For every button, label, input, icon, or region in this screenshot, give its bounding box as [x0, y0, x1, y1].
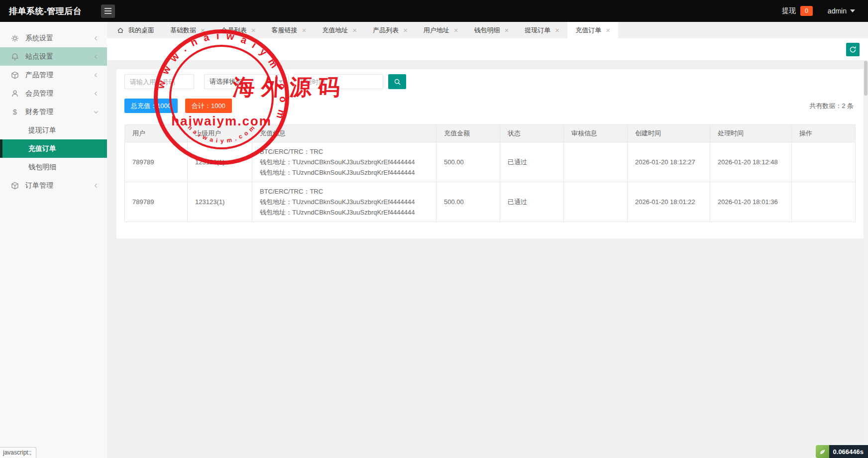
- tab-label: 钱包明细: [474, 26, 500, 35]
- sidebar-subitem-label: 提现订单: [28, 126, 56, 135]
- tab-member-list[interactable]: 会员列表 ×: [213, 22, 264, 38]
- table-row: 789789 123123(1) BTC/ERC/TRC：TRC 钱包地址：TU…: [125, 182, 856, 222]
- dollar-icon: $: [11, 108, 19, 116]
- stat-row: 总充值：1000 合计：1000 共有数据：2 条: [124, 99, 855, 113]
- content-area: 请选择状态 总充值：1000 合计：1000 共有数据：2 条: [107, 60, 868, 238]
- tab-product-list[interactable]: 产品列表 ×: [365, 22, 416, 38]
- sum-button[interactable]: 合计：1000: [185, 99, 232, 113]
- cell-parent-user: 123123(1): [188, 142, 252, 182]
- scrollbar-track: [864, 60, 868, 458]
- close-icon[interactable]: ×: [505, 26, 509, 34]
- sidebar: 系统设置 站点设置 产品管理 会员管理 $ 财务管理: [0, 22, 107, 458]
- close-icon[interactable]: ×: [251, 26, 256, 34]
- sidebar-subitem-recharge-orders[interactable]: 充值订单: [0, 139, 107, 158]
- close-icon[interactable]: ×: [302, 26, 307, 34]
- home-icon: [117, 27, 124, 34]
- recharge-orders-panel: 请选择状态 总充值：1000 合计：1000 共有数据：2 条: [116, 69, 864, 238]
- scrollbar-thumb[interactable]: [864, 61, 868, 96]
- wallet-address: 钱包地址：TUzvndCBknSouKJ3uuSzbrqKrEf4444444: [260, 197, 429, 207]
- col-amount: 充值金额: [436, 125, 500, 142]
- cell-status: 已通过: [500, 142, 564, 182]
- start-time-input[interactable]: [294, 74, 383, 89]
- close-icon[interactable]: ×: [201, 26, 205, 34]
- tab-user-address[interactable]: 用户地址 ×: [416, 22, 466, 38]
- tab-label: 我的桌面: [128, 26, 154, 35]
- status-select[interactable]: 请选择状态: [204, 74, 289, 89]
- tab-label: 基础数据: [170, 26, 196, 35]
- cell-user: 789789: [125, 142, 188, 182]
- sidebar-item-label: 系统设置: [25, 34, 93, 43]
- tab-home[interactable]: 我的桌面: [109, 22, 162, 38]
- withdraw-menu[interactable]: 提现 0: [782, 6, 813, 16]
- cell-processed-time: 2026-01-20 18:12:48: [710, 142, 792, 182]
- tab-service-link[interactable]: 客服链接 ×: [264, 22, 315, 38]
- sidebar-toggle-button[interactable]: [101, 4, 115, 18]
- cell-processed-time: 2026-01-20 18:01:36: [710, 182, 792, 222]
- total-recharge-button[interactable]: 总充值：1000: [124, 99, 178, 113]
- search-button[interactable]: [388, 74, 406, 89]
- sidebar-item-label: 会员管理: [25, 89, 93, 98]
- table-row: 789789 123123(1) BTC/ERC/TRC：TRC 钱包地址：TU…: [125, 142, 856, 182]
- close-icon[interactable]: ×: [606, 26, 610, 34]
- app-title: 排单系统-管理后台: [0, 5, 98, 17]
- tab-withdraw-orders[interactable]: 提现订单 ×: [517, 22, 567, 38]
- user-menu[interactable]: admin: [828, 7, 855, 15]
- sidebar-item-finance-management[interactable]: $ 财务管理: [0, 103, 107, 121]
- sidebar-item-system-settings[interactable]: 系统设置: [0, 29, 107, 47]
- status-select-value: 请选择状态: [210, 77, 242, 86]
- sidebar-item-member-management[interactable]: 会员管理: [0, 84, 107, 103]
- leaf-icon: [816, 445, 829, 458]
- sidebar-subitem-wallet-details[interactable]: 钱包明细: [0, 158, 107, 176]
- col-user: 用户: [125, 125, 188, 142]
- main-area: 我的桌面 基础数据 × 会员列表 × 客服链接 × 充值地址 × 产品列表 × …: [107, 22, 868, 458]
- cell-recharge-info: BTC/ERC/TRC：TRC 钱包地址：TUzvndCBknSouKJ3uuS…: [252, 182, 436, 222]
- col-recharge-info: 充值信息: [252, 125, 436, 142]
- page-toolbar: [107, 38, 868, 60]
- tab-wallet-details[interactable]: 钱包明细 ×: [466, 22, 517, 38]
- tab-label: 客服链接: [272, 26, 298, 35]
- wallet-address: 钱包地址：TUzvndCBknSouKJ3uuSzbrqKrEf4444444: [260, 157, 429, 167]
- tab-basic-data[interactable]: 基础数据 ×: [162, 22, 213, 38]
- sidebar-item-label: 站点设置: [25, 52, 93, 61]
- tab-label: 充值地址: [322, 26, 348, 35]
- gear-icon: [11, 34, 19, 42]
- sidebar-item-site-settings[interactable]: 站点设置: [0, 47, 107, 66]
- search-icon: [394, 78, 401, 86]
- package-icon: [11, 71, 19, 79]
- runtime-value: 0.066446s: [829, 445, 868, 458]
- record-count: 共有数据：2 条: [809, 102, 855, 111]
- user-number-input[interactable]: [124, 74, 194, 89]
- tab-recharge-orders[interactable]: 充值订单 ×: [567, 22, 618, 38]
- sidebar-item-product-management[interactable]: 产品管理: [0, 66, 107, 84]
- chevron-left-icon: [93, 35, 99, 41]
- recharge-chain: BTC/ERC/TRC：TRC: [260, 186, 429, 197]
- cell-actions: [792, 182, 856, 222]
- runtime-badge: 0.066446s: [816, 445, 868, 458]
- wallet-address: 钱包地址：TUzvndCBknSouKJ3uuSzbrqKrEf4444444: [260, 207, 429, 218]
- col-processed-time: 处理时间: [710, 125, 792, 142]
- topbar: 排单系统-管理后台 提现 0 admin: [0, 0, 868, 22]
- user-icon: [11, 90, 19, 98]
- tab-label: 产品列表: [373, 26, 399, 35]
- chevron-left-icon: [93, 91, 99, 97]
- close-icon[interactable]: ×: [555, 26, 559, 34]
- close-icon[interactable]: ×: [403, 26, 408, 34]
- tab-recharge-address[interactable]: 充值地址 ×: [314, 22, 365, 38]
- sidebar-item-order-management[interactable]: 订单管理: [0, 176, 107, 195]
- tab-label: 会员列表: [221, 26, 247, 35]
- close-icon[interactable]: ×: [454, 26, 458, 34]
- close-icon[interactable]: ×: [352, 26, 357, 34]
- link-status-bubble: javascript:;: [0, 447, 36, 458]
- cell-recharge-info: BTC/ERC/TRC：TRC 钱包地址：TUzvndCBknSouKJ3uuS…: [252, 142, 436, 182]
- chevron-left-icon: [93, 183, 99, 189]
- refresh-icon: [849, 46, 857, 53]
- topbar-right: 提现 0 admin: [782, 6, 868, 16]
- refresh-button[interactable]: [846, 43, 860, 56]
- sidebar-subitem-withdraw-orders[interactable]: 提现订单: [0, 121, 107, 139]
- withdraw-count-badge: 0: [800, 6, 813, 16]
- tabbar: 我的桌面 基础数据 × 会员列表 × 客服链接 × 充值地址 × 产品列表 × …: [107, 22, 868, 38]
- orders-table: 用户 上级用户 充值信息 充值金额 状态 审核信息 创建时间 处理时间 操作 7…: [124, 124, 856, 222]
- recharge-chain: BTC/ERC/TRC：TRC: [260, 146, 429, 157]
- chevron-left-icon: [93, 72, 99, 78]
- chevron-down-icon: [93, 109, 99, 115]
